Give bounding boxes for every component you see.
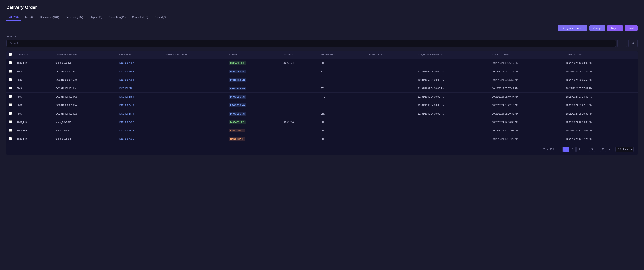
pagination-next[interactable]: › <box>607 147 612 152</box>
tab-all[interactable]: All(256) <box>6 14 22 21</box>
row-created-time: 10/22/2024 05:22:10 AM <box>490 101 564 110</box>
tab-new[interactable]: New(0) <box>22 14 36 21</box>
page-btn-last[interactable]: 26 <box>600 147 606 152</box>
order-link[interactable]: DO00002784 <box>120 78 134 81</box>
search-section: SEARCH BY <box>6 35 638 48</box>
row-checkbox-1[interactable] <box>9 70 12 72</box>
row-update-time: 10/22/2024 06:05:55 AM <box>564 76 638 84</box>
row-update-time: 10/22/2024 05:57:49 AM <box>564 84 638 92</box>
page-btn-2[interactable]: 2 <box>570 147 576 152</box>
row-update-time: 10/23/2024 12:03:05 AM <box>564 59 638 67</box>
status-badge: PROCESSING <box>228 104 246 107</box>
order-link[interactable]: DO00002780 <box>120 96 134 98</box>
per-page-select[interactable]: 10 / Page 20 / Page 50 / Page <box>616 147 634 152</box>
order-link[interactable]: DO00002735 <box>120 138 134 140</box>
page-btn-5[interactable]: 5 <box>589 147 595 152</box>
row-order-no: DO00002735 <box>117 135 162 143</box>
row-created-time: 10/22/2024 12:17:23 AM <box>490 135 564 143</box>
row-channel: FMS <box>14 92 53 101</box>
reject-button[interactable]: Reject <box>607 25 623 31</box>
row-checkbox-cell <box>6 135 14 143</box>
row-payment-method <box>162 84 226 92</box>
order-link[interactable]: DO00002776 <box>120 104 134 107</box>
tab-processing[interactable]: Processing(37) <box>63 14 86 21</box>
search-button[interactable] <box>628 39 638 48</box>
row-checkbox-3[interactable] <box>9 86 12 90</box>
row-carrier: UDLC 204 <box>280 59 318 67</box>
tab-closed[interactable]: Closed(0) <box>152 14 169 21</box>
header-carrier: CARRIER <box>280 50 318 59</box>
search-input[interactable] <box>6 40 616 47</box>
page-container: Delivery Order All(256) New(0) Dispatche… <box>0 0 644 270</box>
tab-shipped[interactable]: Shipped(0) <box>87 14 105 21</box>
row-order-no: DO00002852 <box>117 59 162 67</box>
page-btn-3[interactable]: 3 <box>576 147 582 152</box>
row-update-time: 10/22/2024 12:17:24 AM <box>564 135 638 143</box>
row-update-time: 10/22/2024 05:20:38 AM <box>564 110 638 118</box>
designated-carrier-button[interactable]: Designated carrier <box>558 25 587 31</box>
row-request-ship-date <box>416 59 490 67</box>
page-btn-1[interactable]: 1 <box>564 147 569 152</box>
table-container: CHANNEL TRANSACTION NO. ORDER NO. PAYMEN… <box>6 50 638 156</box>
table-row: TMS_EDI temp_3672479 DO00002852 DISPATCH… <box>6 59 638 67</box>
svg-line-4 <box>634 44 634 44</box>
select-all-checkbox[interactable] <box>9 53 12 56</box>
row-transaction-no: DO2310000001634 <box>53 101 117 110</box>
row-checkbox-6[interactable] <box>9 112 12 115</box>
row-checkbox-9[interactable] <box>9 137 12 140</box>
row-channel: FMS <box>14 101 53 110</box>
order-link[interactable]: DO00002781 <box>120 87 134 90</box>
search-label: SEARCH BY <box>6 35 638 38</box>
row-buyer-code <box>367 135 416 143</box>
row-checkbox-2[interactable] <box>9 78 12 81</box>
row-shipmethod: LTL <box>318 59 367 67</box>
row-channel: FMS <box>14 110 53 118</box>
pagination-prev[interactable]: ‹ <box>557 147 563 152</box>
order-link[interactable]: DO00002736 <box>120 129 134 132</box>
row-checkbox-0[interactable] <box>9 61 12 64</box>
row-order-no: DO00002736 <box>117 126 162 135</box>
row-transaction-no: DO2310000001644 <box>53 84 117 92</box>
order-link[interactable]: DO00002737 <box>120 121 134 124</box>
tab-dispatched[interactable]: Dispatched(184) <box>37 14 62 21</box>
order-link[interactable]: DO00002852 <box>120 62 134 64</box>
row-payment-method <box>162 59 226 67</box>
row-shipmethod: FTL <box>318 84 367 92</box>
status-badge: PROCESSING <box>228 86 246 90</box>
row-channel: TMS_EDI <box>14 126 53 135</box>
page-title: Delivery Order <box>6 5 638 10</box>
order-link[interactable]: DO00002785 <box>120 70 134 73</box>
row-order-no: DO00002737 <box>117 118 162 126</box>
tab-cancelling[interactable]: Cancelling(11) <box>106 14 128 21</box>
row-created-time: 10/22/2024 05:49:37 AM <box>490 92 564 101</box>
row-request-ship-date: 12/31/1969 04:00:00 PM <box>416 92 490 101</box>
row-transaction-no: DO2310000001650 <box>53 76 117 84</box>
status-badge: PROCESSING <box>228 112 246 116</box>
row-checkbox-5[interactable] <box>9 104 12 106</box>
row-carrier: UDLC 204 <box>280 118 318 126</box>
row-order-no: DO00002781 <box>117 84 162 92</box>
accept-button[interactable]: Accept <box>590 25 606 31</box>
row-carrier <box>280 92 318 101</box>
search-row <box>6 39 638 48</box>
row-status: DISPATCHED <box>226 118 280 126</box>
header-order-no: ORDER NO. <box>117 50 162 59</box>
row-carrier <box>280 76 318 84</box>
row-checkbox-4[interactable] <box>9 95 12 98</box>
order-link[interactable]: DO00002775 <box>120 112 134 115</box>
row-checkbox-7[interactable] <box>9 120 12 123</box>
action-bar: Designated carrier Accept Reject void <box>6 25 638 31</box>
row-shipmethod: LTL <box>318 118 367 126</box>
row-payment-method <box>162 118 226 126</box>
row-request-ship-date: 12/31/1969 04:00:00 PM <box>416 67 490 76</box>
header-channel: CHANNEL <box>14 50 53 59</box>
row-shipmethod: LTL <box>318 135 367 143</box>
table-row: FMS DO2310000001644 DO00002781 PROCESSIN… <box>6 84 638 92</box>
filter-button[interactable] <box>618 39 627 48</box>
page-btn-4[interactable]: 4 <box>583 147 588 152</box>
row-checkbox-8[interactable] <box>9 129 12 132</box>
row-order-no: DO00002785 <box>117 67 162 76</box>
void-button[interactable]: void <box>625 25 638 31</box>
tab-cancelled[interactable]: Cancelled(13) <box>129 14 151 21</box>
row-carrier <box>280 84 318 92</box>
